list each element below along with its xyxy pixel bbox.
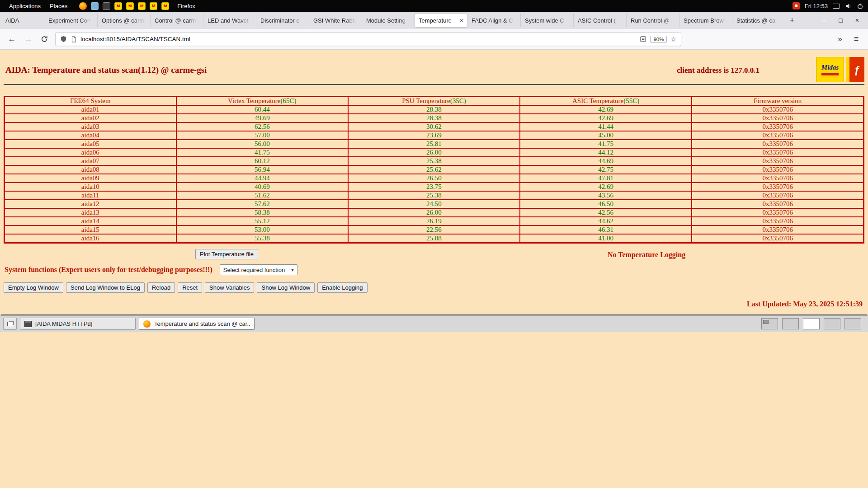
midas-icon[interactable]: M — [138, 2, 146, 10]
cell-virtex: 51.62 — [176, 191, 348, 200]
notification-icon[interactable] — [793, 2, 800, 9]
page-permissions-icon[interactable] — [71, 36, 77, 42]
controls-row: Plot Temperature file No Temperature Log… — [0, 244, 868, 263]
url-bar[interactable]: localhost:8015/AIDA/TSCAN/TSCAN.tml 90% … — [55, 32, 681, 46]
cell-virtex: 44.94 — [176, 174, 348, 183]
action-button[interactable]: Show Log Window — [257, 282, 315, 293]
browser-tab[interactable]: FADC Align & C — [467, 14, 520, 27]
midas-logo[interactable]: Midas — [816, 57, 844, 82]
shield-icon[interactable] — [60, 36, 67, 42]
clock[interactable]: Fri 12:53 — [805, 3, 828, 9]
browser-tab[interactable]: Control @ carm — [150, 14, 203, 27]
last-updated: Last Updated: May 23, 2025 12:51:39 — [0, 300, 868, 308]
table-row: aida0641.7526.0044.120x3350706 — [5, 148, 864, 157]
gsi-logo[interactable]: f — [846, 57, 864, 82]
midas-icon[interactable]: M — [161, 2, 169, 10]
browser-tab[interactable]: Discriminator c — [256, 14, 309, 27]
action-button[interactable]: Reload — [147, 282, 175, 293]
function-select[interactable]: Select required function ▾ — [220, 264, 297, 275]
notification-dot — [795, 5, 797, 7]
browser-tab[interactable]: LED and Wavef — [203, 14, 256, 27]
cell-firmware: 0x3350706 — [692, 148, 863, 157]
reader-mode-icon[interactable] — [640, 36, 646, 42]
browser-tab[interactable]: Statistics @ ca — [732, 14, 785, 27]
midas-icon[interactable]: M — [150, 2, 157, 10]
show-desktop-button[interactable] — [3, 318, 17, 330]
workspace-cell[interactable] — [844, 318, 861, 329]
new-tab-button[interactable]: + — [785, 16, 799, 25]
terminal-icon[interactable] — [103, 2, 110, 10]
browser-tab[interactable]: Run Control @ — [626, 14, 679, 27]
forward-button[interactable]: → — [23, 34, 33, 44]
cell-psu: 24.50 — [348, 200, 520, 208]
tab-close-icon[interactable]: × — [460, 17, 463, 24]
cell-virtex: 57.62 — [176, 200, 348, 208]
cell-psu: 22.56 — [348, 225, 520, 234]
table-row: aida0944.9426.5047.810x3350706 — [5, 174, 864, 183]
taskbar-window-button[interactable]: [AIDA MIDAS HTTPd] — [20, 318, 136, 330]
browser-tab[interactable]: Options @ carm — [97, 14, 150, 27]
reload-button[interactable] — [39, 35, 50, 43]
plot-temperature-button[interactable]: Plot Temperature file — [195, 249, 258, 259]
app-menu-icon[interactable]: ≡ — [851, 34, 862, 44]
cell-asic: 44.69 — [520, 157, 692, 165]
focused-app-label: Firefox — [177, 3, 195, 9]
browser-tab[interactable]: GSI White Rabb — [309, 14, 362, 27]
cell-system: aida12 — [5, 200, 176, 208]
bookmark-star-icon[interactable]: ☆ — [670, 36, 676, 43]
tab-label: GSI White Rabb — [313, 17, 358, 24]
header-text: Virtex Temperature — [228, 97, 280, 104]
action-button[interactable]: Empty Log Window — [4, 282, 63, 293]
maximize-button[interactable]: □ — [839, 17, 842, 24]
browser-tab[interactable]: System wide C — [520, 14, 573, 27]
workspace-cell[interactable] — [824, 318, 840, 329]
cell-asic: 42.69 — [520, 183, 692, 191]
browser-tab[interactable]: Experiment Con — [44, 14, 97, 27]
back-button[interactable]: ← — [6, 34, 17, 44]
close-button[interactable]: × — [855, 17, 859, 24]
volume-icon[interactable] — [845, 3, 852, 9]
midas-icon[interactable]: M — [114, 2, 122, 10]
cell-firmware: 0x3350706 — [692, 114, 863, 122]
applications-menu[interactable]: Applications — [5, 3, 45, 9]
cell-system: aida01 — [5, 105, 176, 114]
places-menu[interactable]: Places — [45, 3, 72, 9]
zoom-indicator[interactable]: 90% — [650, 36, 667, 43]
power-icon[interactable] — [857, 3, 863, 9]
table-row: aida1553.0022.5646.310x3350706 — [5, 225, 864, 234]
cell-asic: 44.12 — [520, 148, 692, 157]
keyboard-layout-icon[interactable] — [833, 4, 840, 9]
url-text[interactable]: localhost:8015/AIDA/TSCAN/TSCAN.tml — [80, 36, 636, 42]
action-button[interactable]: Send Log Window to ELog — [66, 282, 145, 293]
firefox-window: AIDA Experiment ConOptions @ carmControl… — [0, 12, 868, 315]
cell-asic: 42.69 — [520, 114, 692, 122]
taskbar-window-button[interactable]: Temperature and status scan @ car... — [139, 318, 255, 330]
files-icon[interactable] — [91, 2, 99, 10]
minimize-button[interactable]: – — [823, 17, 826, 24]
cell-firmware: 0x3350706 — [692, 131, 863, 140]
cell-psu: 26.19 — [348, 217, 520, 225]
browser-tab[interactable]: Temperature× — [415, 14, 467, 27]
cell-virtex: 60.44 — [176, 105, 348, 114]
midas-icon[interactable]: M — [126, 2, 134, 10]
browser-tab[interactable]: Module Setting — [362, 14, 415, 27]
function-select-value: Select required function — [223, 267, 285, 273]
action-button[interactable]: Reset — [178, 282, 202, 293]
browser-tab[interactable]: Spectrum Brow — [679, 14, 732, 27]
overflow-menu-icon[interactable]: » — [835, 34, 845, 44]
table-row: aida0556.0025.8141.750x3350706 — [5, 140, 864, 148]
cell-asic: 43.56 — [520, 191, 692, 200]
workspace-cell[interactable] — [761, 318, 778, 329]
cell-psu: 25.62 — [348, 165, 520, 174]
workspace-cell[interactable] — [803, 318, 820, 329]
column-header: Virtex Temperature(65C) — [176, 97, 348, 106]
workspace-cell[interactable] — [782, 318, 799, 329]
action-button[interactable]: Show Variables — [205, 282, 254, 293]
tab-label: FADC Align & C — [472, 17, 516, 24]
firefox-icon[interactable] — [79, 2, 87, 10]
cell-asic: 45.00 — [520, 131, 692, 140]
tab-list: Experiment ConOptions @ carmControl @ ca… — [44, 12, 785, 29]
action-button[interactable]: Enable Logging — [317, 282, 367, 293]
browser-tab[interactable]: ASIC Control ( — [573, 14, 626, 27]
table-row: aida1151.6225.3843.560x3350706 — [5, 191, 864, 200]
